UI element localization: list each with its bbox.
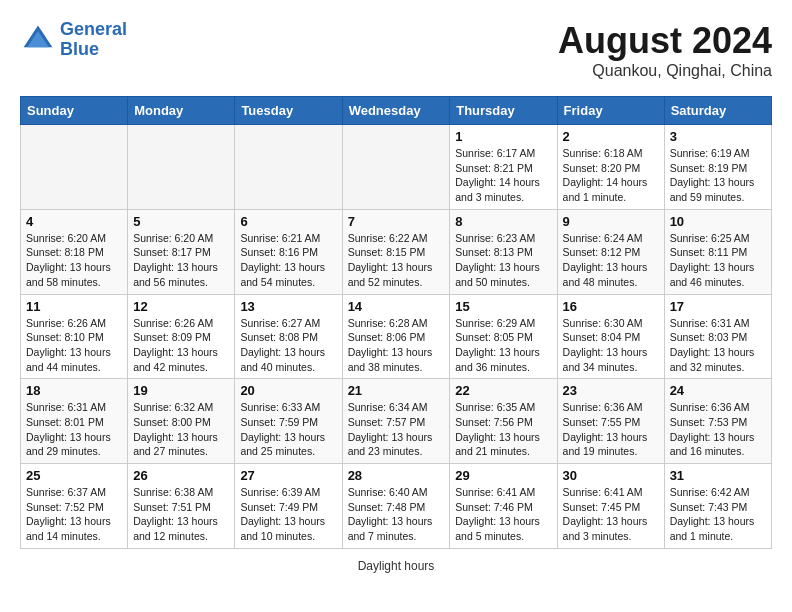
day-info: Sunrise: 6:24 AM Sunset: 8:12 PM Dayligh… — [563, 231, 659, 290]
day-number: 16 — [563, 299, 659, 314]
day-number: 24 — [670, 383, 766, 398]
day-number: 4 — [26, 214, 122, 229]
day-number: 2 — [563, 129, 659, 144]
day-info: Sunrise: 6:38 AM Sunset: 7:51 PM Dayligh… — [133, 485, 229, 544]
day-number: 6 — [240, 214, 336, 229]
day-number: 30 — [563, 468, 659, 483]
calendar-table: SundayMondayTuesdayWednesdayThursdayFrid… — [20, 96, 772, 549]
calendar-cell: 25Sunrise: 6:37 AM Sunset: 7:52 PM Dayli… — [21, 464, 128, 549]
calendar-week-3: 11Sunrise: 6:26 AM Sunset: 8:10 PM Dayli… — [21, 294, 772, 379]
calendar-cell: 21Sunrise: 6:34 AM Sunset: 7:57 PM Dayli… — [342, 379, 450, 464]
day-number: 15 — [455, 299, 551, 314]
calendar-cell: 29Sunrise: 6:41 AM Sunset: 7:46 PM Dayli… — [450, 464, 557, 549]
day-info: Sunrise: 6:35 AM Sunset: 7:56 PM Dayligh… — [455, 400, 551, 459]
day-info: Sunrise: 6:42 AM Sunset: 7:43 PM Dayligh… — [670, 485, 766, 544]
calendar-cell: 14Sunrise: 6:28 AM Sunset: 8:06 PM Dayli… — [342, 294, 450, 379]
day-number: 12 — [133, 299, 229, 314]
calendar-cell: 27Sunrise: 6:39 AM Sunset: 7:49 PM Dayli… — [235, 464, 342, 549]
footer-note: Daylight hours — [20, 559, 772, 573]
calendar-header-saturday: Saturday — [664, 97, 771, 125]
calendar-cell: 5Sunrise: 6:20 AM Sunset: 8:17 PM Daylig… — [128, 209, 235, 294]
calendar-header-tuesday: Tuesday — [235, 97, 342, 125]
calendar-header-row: SundayMondayTuesdayWednesdayThursdayFrid… — [21, 97, 772, 125]
day-number: 11 — [26, 299, 122, 314]
header: General Blue August 2024 Quankou, Qingha… — [20, 20, 772, 80]
day-info: Sunrise: 6:26 AM Sunset: 8:10 PM Dayligh… — [26, 316, 122, 375]
day-info: Sunrise: 6:36 AM Sunset: 7:53 PM Dayligh… — [670, 400, 766, 459]
calendar-cell: 13Sunrise: 6:27 AM Sunset: 8:08 PM Dayli… — [235, 294, 342, 379]
calendar-header-thursday: Thursday — [450, 97, 557, 125]
calendar-week-5: 25Sunrise: 6:37 AM Sunset: 7:52 PM Dayli… — [21, 464, 772, 549]
location: Quankou, Qinghai, China — [558, 62, 772, 80]
calendar-cell: 18Sunrise: 6:31 AM Sunset: 8:01 PM Dayli… — [21, 379, 128, 464]
calendar-week-1: 1Sunrise: 6:17 AM Sunset: 8:21 PM Daylig… — [21, 125, 772, 210]
calendar-cell: 20Sunrise: 6:33 AM Sunset: 7:59 PM Dayli… — [235, 379, 342, 464]
calendar-cell: 10Sunrise: 6:25 AM Sunset: 8:11 PM Dayli… — [664, 209, 771, 294]
day-number: 21 — [348, 383, 445, 398]
calendar-week-2: 4Sunrise: 6:20 AM Sunset: 8:18 PM Daylig… — [21, 209, 772, 294]
day-number: 18 — [26, 383, 122, 398]
day-info: Sunrise: 6:28 AM Sunset: 8:06 PM Dayligh… — [348, 316, 445, 375]
month-title: August 2024 — [558, 20, 772, 62]
calendar-cell: 3Sunrise: 6:19 AM Sunset: 8:19 PM Daylig… — [664, 125, 771, 210]
day-info: Sunrise: 6:31 AM Sunset: 8:01 PM Dayligh… — [26, 400, 122, 459]
day-info: Sunrise: 6:22 AM Sunset: 8:15 PM Dayligh… — [348, 231, 445, 290]
title-area: August 2024 Quankou, Qinghai, China — [558, 20, 772, 80]
day-number: 26 — [133, 468, 229, 483]
calendar-cell: 2Sunrise: 6:18 AM Sunset: 8:20 PM Daylig… — [557, 125, 664, 210]
day-info: Sunrise: 6:20 AM Sunset: 8:18 PM Dayligh… — [26, 231, 122, 290]
calendar-cell — [21, 125, 128, 210]
calendar-header-sunday: Sunday — [21, 97, 128, 125]
day-info: Sunrise: 6:36 AM Sunset: 7:55 PM Dayligh… — [563, 400, 659, 459]
calendar-cell: 12Sunrise: 6:26 AM Sunset: 8:09 PM Dayli… — [128, 294, 235, 379]
day-number: 9 — [563, 214, 659, 229]
calendar-cell: 15Sunrise: 6:29 AM Sunset: 8:05 PM Dayli… — [450, 294, 557, 379]
calendar-cell: 4Sunrise: 6:20 AM Sunset: 8:18 PM Daylig… — [21, 209, 128, 294]
day-info: Sunrise: 6:40 AM Sunset: 7:48 PM Dayligh… — [348, 485, 445, 544]
day-info: Sunrise: 6:39 AM Sunset: 7:49 PM Dayligh… — [240, 485, 336, 544]
logo-line1: General — [60, 19, 127, 39]
day-info: Sunrise: 6:17 AM Sunset: 8:21 PM Dayligh… — [455, 146, 551, 205]
calendar-cell: 11Sunrise: 6:26 AM Sunset: 8:10 PM Dayli… — [21, 294, 128, 379]
calendar-cell: 22Sunrise: 6:35 AM Sunset: 7:56 PM Dayli… — [450, 379, 557, 464]
day-number: 20 — [240, 383, 336, 398]
day-info: Sunrise: 6:21 AM Sunset: 8:16 PM Dayligh… — [240, 231, 336, 290]
day-number: 28 — [348, 468, 445, 483]
day-number: 7 — [348, 214, 445, 229]
calendar-header-friday: Friday — [557, 97, 664, 125]
day-info: Sunrise: 6:18 AM Sunset: 8:20 PM Dayligh… — [563, 146, 659, 205]
day-info: Sunrise: 6:30 AM Sunset: 8:04 PM Dayligh… — [563, 316, 659, 375]
day-number: 10 — [670, 214, 766, 229]
calendar-cell: 26Sunrise: 6:38 AM Sunset: 7:51 PM Dayli… — [128, 464, 235, 549]
calendar-cell: 28Sunrise: 6:40 AM Sunset: 7:48 PM Dayli… — [342, 464, 450, 549]
day-info: Sunrise: 6:34 AM Sunset: 7:57 PM Dayligh… — [348, 400, 445, 459]
day-info: Sunrise: 6:19 AM Sunset: 8:19 PM Dayligh… — [670, 146, 766, 205]
day-info: Sunrise: 6:41 AM Sunset: 7:46 PM Dayligh… — [455, 485, 551, 544]
calendar-cell — [128, 125, 235, 210]
day-info: Sunrise: 6:23 AM Sunset: 8:13 PM Dayligh… — [455, 231, 551, 290]
calendar-cell: 16Sunrise: 6:30 AM Sunset: 8:04 PM Dayli… — [557, 294, 664, 379]
logo-text: General Blue — [60, 20, 127, 60]
calendar-cell: 8Sunrise: 6:23 AM Sunset: 8:13 PM Daylig… — [450, 209, 557, 294]
day-number: 13 — [240, 299, 336, 314]
day-number: 31 — [670, 468, 766, 483]
day-info: Sunrise: 6:27 AM Sunset: 8:08 PM Dayligh… — [240, 316, 336, 375]
day-info: Sunrise: 6:33 AM Sunset: 7:59 PM Dayligh… — [240, 400, 336, 459]
day-number: 25 — [26, 468, 122, 483]
day-number: 22 — [455, 383, 551, 398]
calendar-cell: 7Sunrise: 6:22 AM Sunset: 8:15 PM Daylig… — [342, 209, 450, 294]
day-info: Sunrise: 6:31 AM Sunset: 8:03 PM Dayligh… — [670, 316, 766, 375]
day-number: 27 — [240, 468, 336, 483]
day-info: Sunrise: 6:41 AM Sunset: 7:45 PM Dayligh… — [563, 485, 659, 544]
calendar-cell: 31Sunrise: 6:42 AM Sunset: 7:43 PM Dayli… — [664, 464, 771, 549]
day-info: Sunrise: 6:29 AM Sunset: 8:05 PM Dayligh… — [455, 316, 551, 375]
calendar-cell: 6Sunrise: 6:21 AM Sunset: 8:16 PM Daylig… — [235, 209, 342, 294]
day-number: 19 — [133, 383, 229, 398]
day-info: Sunrise: 6:20 AM Sunset: 8:17 PM Dayligh… — [133, 231, 229, 290]
day-info: Sunrise: 6:32 AM Sunset: 8:00 PM Dayligh… — [133, 400, 229, 459]
calendar-cell: 17Sunrise: 6:31 AM Sunset: 8:03 PM Dayli… — [664, 294, 771, 379]
calendar-cell: 24Sunrise: 6:36 AM Sunset: 7:53 PM Dayli… — [664, 379, 771, 464]
logo-line2: Blue — [60, 39, 99, 59]
day-number: 14 — [348, 299, 445, 314]
logo-icon — [20, 22, 56, 58]
